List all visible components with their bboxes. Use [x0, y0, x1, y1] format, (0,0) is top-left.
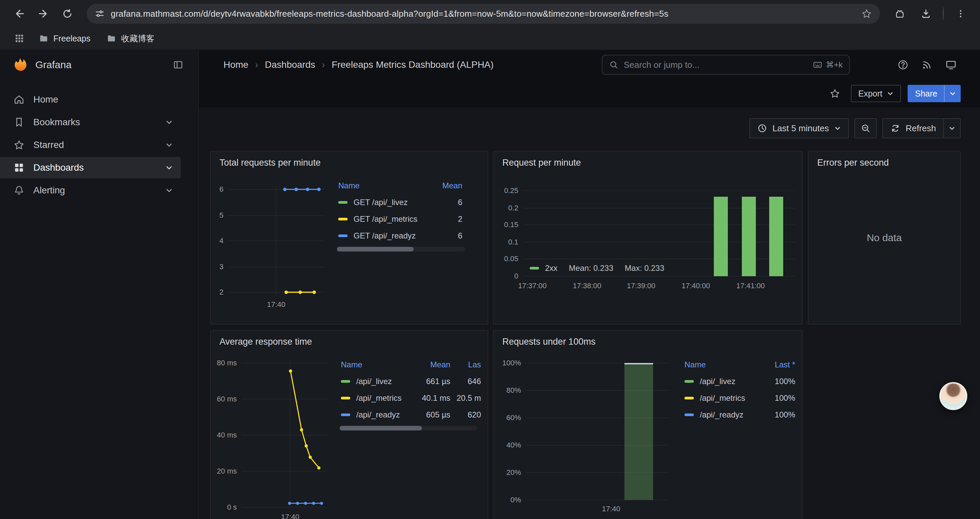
series-color-swatch: [341, 380, 350, 383]
chevron-down-icon: [949, 125, 955, 132]
rss-news-icon[interactable]: [921, 59, 932, 70]
legend-row[interactable]: /api/_livez 661 µs 646: [334, 373, 481, 390]
refresh-interval-dropdown[interactable]: [944, 118, 961, 138]
sidebar-item-label: Dashboards: [33, 162, 84, 173]
forward-icon[interactable]: [33, 4, 53, 24]
legend-stat-mean: Mean: 0.233: [569, 263, 613, 273]
search-box[interactable]: ⌘+k: [602, 55, 850, 75]
chevron-down-icon[interactable]: [165, 141, 173, 149]
zoom-out-icon[interactable]: [854, 118, 877, 138]
time-range-picker[interactable]: Last 5 minutes: [749, 118, 849, 138]
panel-title[interactable]: Total requests per minute: [211, 152, 488, 168]
favorite-star-icon[interactable]: [826, 84, 844, 103]
legend-row[interactable]: /api/_metrics 100%: [678, 390, 795, 406]
y-tick: 20 ms: [217, 467, 237, 476]
bookmark-star-icon[interactable]: [861, 8, 872, 19]
back-icon[interactable]: [10, 4, 29, 24]
legend-row[interactable]: GET /api/_metrics 2: [332, 211, 481, 227]
legend-row[interactable]: GET /api/_readyz 6: [332, 227, 481, 244]
folder-icon: [107, 34, 116, 43]
panel-title[interactable]: Requests under 100ms: [494, 331, 802, 347]
url-bar[interactable]: grafana.mathmast.com/d/deytv4rwavabkb/fr…: [87, 4, 880, 24]
kiosk-monitor-icon[interactable]: [945, 59, 957, 70]
download-icon[interactable]: [916, 4, 936, 24]
export-button[interactable]: Export: [851, 85, 901, 102]
y-tick: 0.15: [504, 220, 519, 229]
chevron-down-icon[interactable]: [165, 187, 173, 194]
refresh-button[interactable]: Refresh: [882, 118, 944, 138]
y-tick: 40 ms: [217, 431, 237, 439]
share-button[interactable]: Share: [908, 85, 945, 102]
y-tick: 80 ms: [217, 359, 237, 367]
avg-response-line-chart: 80 ms 60 ms 40 ms 20 ms 0 s: [218, 358, 328, 510]
legend-col-name[interactable]: Name: [684, 360, 760, 369]
sidebar-item-starred[interactable]: Starred: [0, 134, 181, 156]
url-text[interactable]: grafana.mathmast.com/d/deytv4rwavabkb/fr…: [111, 9, 855, 19]
series-color-swatch: [684, 397, 694, 399]
reload-icon[interactable]: [57, 4, 77, 24]
search-input[interactable]: [624, 60, 807, 70]
y-tick: 2: [220, 288, 223, 297]
search-icon: [609, 60, 619, 69]
share-dropdown-button[interactable]: [945, 85, 961, 102]
series-color-swatch: [338, 235, 348, 237]
folder-icon: [39, 34, 49, 43]
sidebar-item-label: Bookmarks: [33, 117, 80, 128]
legend-col-name[interactable]: Name: [341, 360, 412, 369]
breadcrumb-separator: ›: [322, 59, 325, 70]
grafana-logo: [13, 57, 28, 72]
grafana-header: Home › Dashboards › Freeleaps Metrics Da…: [199, 50, 980, 80]
legend-horizontal-scrollbar[interactable]: [337, 247, 465, 251]
legend-row[interactable]: GET /api/_livez 6: [332, 194, 481, 211]
profile-avatar[interactable]: [943, 8, 944, 20]
y-tick: 0.2: [508, 204, 519, 212]
legend-row[interactable]: /api/_livez 100%: [678, 373, 795, 390]
no-data-message: No data: [808, 152, 960, 324]
legend-col-last[interactable]: Last *: [760, 360, 795, 369]
sidebar-item-dashboards[interactable]: Dashboards: [0, 157, 181, 178]
legend-table: Name Last * /api/_livez 100% /api/_metri…: [678, 356, 795, 502]
extensions-icon[interactable]: [889, 4, 909, 24]
bookmark-folder-blogs[interactable]: 收藏博客: [101, 30, 160, 47]
legend-series-name[interactable]: 2xx: [545, 263, 557, 273]
chevron-down-icon[interactable]: [165, 118, 173, 126]
dashboards-icon: [13, 162, 25, 173]
legend-col-mean[interactable]: Mean: [412, 360, 450, 369]
panel-title[interactable]: Request per minute: [494, 152, 802, 168]
chevron-down-icon[interactable]: [165, 164, 173, 171]
y-tick: 0.05: [504, 254, 519, 263]
legend-row[interactable]: /api/_readyz 100%: [678, 406, 795, 423]
legend-row[interactable]: /api/_metrics 40.1 ms 20.5 m: [334, 390, 481, 406]
sidebar-item-alerting[interactable]: Alerting: [0, 180, 181, 201]
legend-col-last[interactable]: Las: [450, 360, 481, 369]
bookmark-folder-freeleaps[interactable]: Freeleaps: [33, 31, 96, 46]
bookmark-label: 收藏博客: [121, 33, 154, 44]
sidebar-item-bookmarks[interactable]: Bookmarks: [0, 112, 181, 133]
star-icon: [13, 139, 25, 151]
floating-assistant-avatar[interactable]: [939, 382, 967, 410]
site-settings-icon[interactable]: [95, 9, 105, 19]
y-tick: 0: [514, 272, 519, 281]
bookmark-label: Freeleaps: [53, 34, 91, 43]
x-tick: 17:41:00: [736, 281, 765, 290]
y-tick: 4: [220, 236, 223, 245]
help-icon[interactable]: [897, 59, 908, 70]
bookmarks-bar: Freeleaps 收藏博客: [0, 27, 980, 50]
legend-col-mean[interactable]: Mean: [426, 181, 462, 190]
chevron-down-icon: [834, 125, 841, 132]
legend-col-name[interactable]: Name: [338, 181, 426, 190]
breadcrumb-dashboards[interactable]: Dashboards: [265, 59, 315, 70]
apps-grid-icon[interactable]: [11, 30, 28, 47]
breadcrumb-home[interactable]: Home: [223, 59, 248, 70]
grafana-sidebar: Grafana Home Bookmarks Starred D: [0, 50, 199, 519]
sidebar-item-home[interactable]: Home: [0, 89, 181, 110]
dock-sidebar-icon[interactable]: [169, 56, 188, 74]
series-color-swatch: [338, 218, 348, 220]
series-color-swatch: [341, 414, 350, 416]
legend-row[interactable]: /api/_readyz 605 µs 620: [334, 406, 481, 423]
browser-menu-icon[interactable]: [951, 4, 970, 24]
panel-title[interactable]: Average response time: [211, 331, 488, 347]
legend-horizontal-scrollbar[interactable]: [340, 426, 477, 431]
breadcrumb-current[interactable]: Freeleaps Metrics Dashboard (ALPHA): [332, 59, 494, 70]
clock-icon: [757, 123, 767, 133]
